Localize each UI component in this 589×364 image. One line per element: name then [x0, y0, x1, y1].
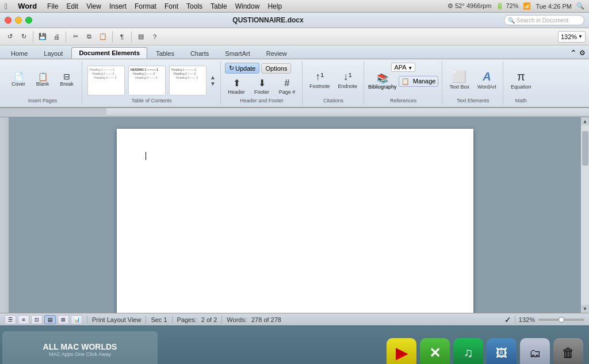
tab-review[interactable]: Review	[259, 48, 294, 59]
ribbon-collapse-btn[interactable]: ⌃	[570, 48, 577, 58]
toc-next-arrow[interactable]: ▼	[210, 81, 216, 87]
zoom-area: ✓ 132%	[504, 315, 584, 324]
dock-app-crossover[interactable]: ✕	[420, 338, 450, 364]
view-btn-6[interactable]: 📊	[71, 315, 82, 324]
toolbar-help[interactable]: ?	[148, 30, 161, 44]
text-box-btn[interactable]: ⬜ Text Box	[446, 68, 472, 91]
scroll-track[interactable]	[581, 125, 589, 305]
toc-thumb-1[interactable]: Heading 1 ——— 1 Heading 2 —— 2 Heading 3…	[87, 66, 125, 95]
tab-document-elements[interactable]: Document Elements	[71, 47, 147, 59]
page-num-btn[interactable]: # Page #	[276, 76, 299, 97]
toolbar-view[interactable]: ▤	[135, 30, 147, 44]
ruler	[0, 108, 589, 117]
wordart-btn[interactable]: A WordArt	[475, 68, 499, 91]
toc-nav-arrows[interactable]: ▲ ▼	[210, 74, 216, 87]
ribbon-options-btn[interactable]: ⚙	[579, 49, 586, 57]
menu-window[interactable]: Window	[235, 2, 260, 10]
toolbar-sep-1	[33, 31, 33, 43]
window-titlebar: QUSTIONNAIRE.docx 🔍 Search in Document	[0, 13, 589, 28]
tab-smartart[interactable]: SmartArt	[217, 48, 257, 59]
view-btn-2[interactable]: ≡	[18, 315, 29, 324]
page-num-label: Page #	[279, 89, 296, 95]
toc-prev-arrow[interactable]: ▲	[210, 74, 216, 81]
endnote-btn[interactable]: ↓¹ Endnote	[335, 69, 361, 91]
document-canvas[interactable]	[9, 117, 580, 313]
cover-btn[interactable]: 📄 Cover	[7, 71, 30, 89]
bibliography-btn[interactable]: 📚 Bibliography	[368, 73, 397, 90]
references-content: APA ▼ 📚 Bibliography 📋 Manage	[368, 63, 438, 97]
minimize-button[interactable]	[15, 17, 22, 24]
zoom-slider[interactable]	[538, 319, 584, 321]
toolbar-cut[interactable]: ✂	[69, 30, 82, 44]
menu-format[interactable]: Format	[135, 2, 156, 10]
menu-help[interactable]: Help	[267, 2, 282, 10]
menu-file[interactable]: File	[47, 2, 58, 10]
footnote-icon: ↑¹	[315, 71, 324, 83]
dock-app-finder[interactable]: 🗂	[520, 338, 550, 364]
toc-thumb-3[interactable]: Heading 1 ——— 1 Reading 2 —— 2 Reading 3…	[169, 66, 206, 95]
toolbar-redo[interactable]: ↻	[17, 30, 30, 44]
view-btn-4[interactable]: ▤	[44, 315, 56, 324]
dock-app-trash[interactable]: 🗑	[553, 338, 583, 364]
maximize-button[interactable]	[25, 17, 32, 24]
battery-status: 🔋 72%	[496, 2, 518, 10]
citations-label: Citations	[323, 97, 343, 104]
search-icon[interactable]: 🔍	[576, 2, 584, 10]
view-btn-3[interactable]: ⊡	[31, 315, 43, 324]
tab-home[interactable]: Home	[3, 48, 35, 59]
toolbar-print[interactable]: 🖨	[50, 30, 63, 44]
search-document[interactable]: 🔍 Search in Document	[504, 15, 584, 25]
footnote-btn[interactable]: ↑¹ Footnote	[307, 69, 333, 91]
equation-btn[interactable]: π Equation	[508, 68, 534, 91]
toolbar-paste[interactable]: 📋	[97, 30, 109, 44]
toolbar-pilcrow[interactable]: ¶	[116, 30, 128, 44]
menu-view[interactable]: View	[86, 2, 101, 10]
break-btn[interactable]: ⊟ Break	[55, 71, 78, 89]
menu-insert[interactable]: Insert	[109, 2, 127, 10]
menu-table[interactable]: Table	[211, 2, 227, 10]
menu-tools[interactable]: Tools	[186, 2, 202, 10]
toolbar-undo[interactable]: ↺	[3, 30, 16, 44]
view-btn-5[interactable]: ⊞	[58, 315, 69, 324]
app-name: Word	[18, 2, 37, 10]
dock-app-pockettube[interactable]: ▶	[387, 338, 416, 364]
text-box-label: Text Box	[449, 84, 469, 90]
manage-label: Manage	[413, 78, 436, 85]
zoom-control[interactable]: 132% ▼	[558, 31, 586, 43]
tab-layout[interactable]: Layout	[36, 48, 70, 59]
toc-thumb-2[interactable]: HEADING 1 ——— 1 Heading 2 —— 2 Heading 3…	[128, 66, 166, 95]
zoom-slider-thumb[interactable]	[559, 317, 564, 323]
words-value: 278 of 278	[251, 316, 281, 323]
citation-style-dropdown[interactable]: ▼	[408, 66, 412, 71]
tab-charts[interactable]: Charts	[183, 48, 216, 59]
view-btn-1[interactable]: ☰	[5, 315, 16, 324]
toolbar-copy[interactable]: ⧉	[83, 30, 95, 44]
spelling-check-icon[interactable]: ✓	[504, 315, 511, 324]
toolbar-save[interactable]: 💾	[36, 30, 49, 44]
dock-app-photos[interactable]: 🖼	[487, 338, 517, 364]
text-cursor	[146, 152, 146, 160]
update-btn[interactable]: ↻ Update	[225, 63, 259, 74]
vertical-scrollbar[interactable]: ▲ ▼	[580, 117, 589, 313]
blank-btn[interactable]: 📋 Blank	[31, 71, 54, 89]
zoom-dropdown-icon: ▼	[578, 34, 583, 39]
apple-menu[interactable]: 	[5, 2, 7, 11]
crossover-icon: ✕	[429, 345, 441, 361]
dock-app-spotify[interactable]: ♫	[453, 338, 483, 364]
scroll-up-arrow[interactable]: ▲	[582, 117, 589, 125]
options-btn[interactable]: Options	[261, 63, 291, 74]
footer-btn[interactable]: ⬇ Footer	[250, 76, 273, 97]
citation-style[interactable]: APA ▼	[391, 63, 415, 72]
manage-btn[interactable]: 📋 Manage	[399, 76, 439, 87]
menu-font[interactable]: Font	[165, 2, 178, 10]
menu-edit[interactable]: Edit	[66, 2, 78, 10]
footnote-label: Footnote	[309, 83, 330, 89]
tab-tables[interactable]: Tables	[148, 48, 182, 59]
scroll-down-arrow[interactable]: ▼	[582, 305, 589, 313]
citations-content: ↑¹ Footnote ↓¹ Endnote	[307, 63, 360, 97]
document-page[interactable]	[117, 129, 473, 313]
header-btn[interactable]: ⬆ Header	[225, 76, 248, 97]
bibliography-label: Bibliography	[368, 84, 397, 90]
close-button[interactable]	[5, 17, 12, 24]
scroll-thumb[interactable]	[582, 131, 588, 166]
